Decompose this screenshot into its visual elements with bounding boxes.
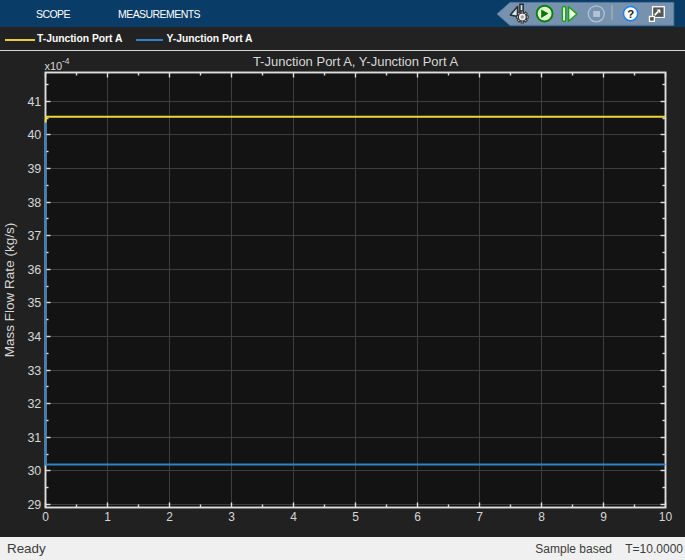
svg-text:9: 9 — [600, 510, 607, 524]
svg-text:0: 0 — [42, 510, 49, 524]
svg-text:Mass Flow Rate (kg/s): Mass Flow Rate (kg/s) — [2, 223, 17, 357]
svg-text:33: 33 — [27, 364, 41, 378]
svg-text:38: 38 — [27, 196, 41, 210]
svg-text:35: 35 — [27, 296, 41, 310]
svg-text:34: 34 — [27, 330, 41, 344]
svg-text:5: 5 — [352, 510, 359, 524]
svg-text:6: 6 — [414, 510, 421, 524]
svg-text:31: 31 — [27, 431, 41, 445]
svg-text:32: 32 — [27, 397, 41, 411]
svg-text:1: 1 — [104, 510, 111, 524]
svg-text:x10: x10 — [45, 60, 63, 72]
svg-text:10: 10 — [659, 510, 673, 524]
svg-text:39: 39 — [27, 162, 41, 176]
svg-text:40: 40 — [27, 128, 41, 142]
svg-text:T-Junction Port A, Y-Junction: T-Junction Port A, Y-Junction Port A — [253, 54, 459, 69]
svg-text:37: 37 — [27, 229, 41, 243]
svg-text:3: 3 — [228, 510, 235, 524]
svg-text:2: 2 — [166, 510, 173, 524]
svg-text:30: 30 — [27, 464, 41, 478]
svg-text:29: 29 — [27, 498, 41, 512]
svg-text:4: 4 — [290, 510, 297, 524]
svg-text:7: 7 — [476, 510, 483, 524]
svg-text:-4: -4 — [62, 56, 70, 66]
svg-text:41: 41 — [27, 95, 41, 109]
svg-text:?: ? — [627, 8, 634, 20]
svg-text:36: 36 — [27, 263, 41, 277]
svg-text:8: 8 — [538, 510, 545, 524]
